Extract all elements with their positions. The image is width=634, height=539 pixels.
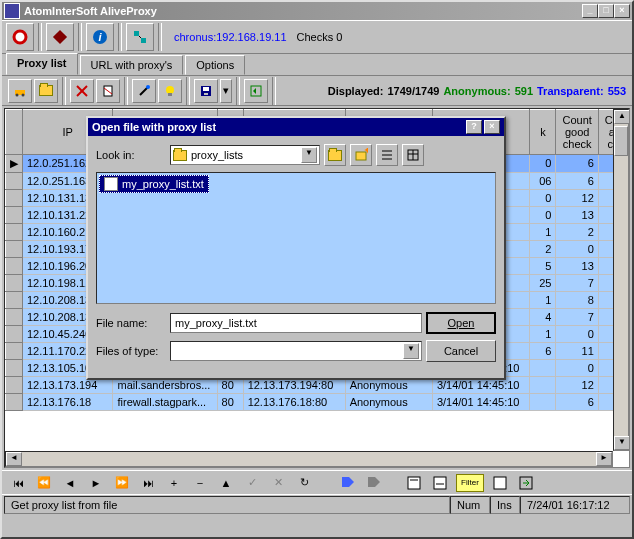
file-item-label: my_proxy_list.txt <box>122 178 204 190</box>
nav-refresh[interactable]: ↻ <box>294 474 314 492</box>
nav-post[interactable]: ✓ <box>242 474 262 492</box>
dialog-close-button[interactable]: × <box>484 120 500 134</box>
checks-label: Checks 0 <box>297 31 343 43</box>
displayed-label: Displayed: <box>328 85 384 97</box>
cell-ok: 1 <box>530 326 556 343</box>
cell-ok: 6 <box>530 343 556 360</box>
report3-icon[interactable] <box>490 474 510 492</box>
file-list[interactable]: my_proxy_list.txt <box>96 172 496 304</box>
nav-next-page[interactable]: ⏩ <box>112 474 132 492</box>
svg-rect-19 <box>203 87 209 91</box>
new-folder-button[interactable]: ✦ <box>350 144 372 166</box>
anonymous-count: 591 <box>515 85 533 97</box>
cell-ok: 0 <box>530 190 556 207</box>
refresh-button[interactable] <box>244 79 268 103</box>
cell-good: 6 <box>556 173 598 190</box>
cell-good: 0 <box>556 360 598 377</box>
filename-input[interactable] <box>170 313 422 333</box>
tag-gray-icon[interactable] <box>364 474 384 492</box>
nav-remove[interactable]: − <box>190 474 210 492</box>
dialog-help-button[interactable]: ? <box>466 120 482 134</box>
detail-view-button[interactable] <box>402 144 424 166</box>
tag-blue-icon[interactable] <box>338 474 358 492</box>
cell-good: 13 <box>556 258 598 275</box>
nav-prev[interactable]: ◄ <box>60 474 80 492</box>
report2-icon[interactable] <box>430 474 450 492</box>
svg-point-9 <box>22 93 25 96</box>
up-folder-button[interactable] <box>324 144 346 166</box>
status-hint: Get proxy list from file <box>4 496 450 514</box>
list-view-button[interactable] <box>376 144 398 166</box>
navigator-toolbar: ⏮ ⏪ ◄ ► ⏩ ⏭ + − ▲ ✓ ✕ ↻ Filter <box>2 470 632 494</box>
export-icon[interactable] <box>516 474 536 492</box>
vertical-scrollbar[interactable]: ▲ ▼ <box>613 109 629 451</box>
delete-button[interactable] <box>70 79 94 103</box>
nav-edit[interactable]: ▲ <box>216 474 236 492</box>
folder-icon <box>173 150 187 161</box>
row-marker: ▶ <box>6 155 23 173</box>
cancel-button[interactable]: Cancel <box>426 340 496 362</box>
book-button[interactable] <box>46 23 74 51</box>
look-in-combo[interactable]: proxy_lists ▼ <box>170 145 320 165</box>
cell-ok: 06 <box>530 173 556 190</box>
bulb-button[interactable] <box>158 79 182 103</box>
cell-ok: 2 <box>530 241 556 258</box>
cell-good: 7 <box>556 309 598 326</box>
cell-name: firewall.stagpark... <box>113 394 217 411</box>
row-marker <box>6 292 23 309</box>
wand-button[interactable] <box>132 79 156 103</box>
tab-url[interactable]: URL with proxy's <box>80 55 184 75</box>
cell-ok <box>530 377 556 394</box>
chevron-down-icon[interactable]: ▼ <box>301 147 317 163</box>
chevron-down-icon[interactable]: ▼ <box>403 343 419 359</box>
clear-button[interactable] <box>96 79 120 103</box>
nav-cancel[interactable]: ✕ <box>268 474 288 492</box>
nav-last[interactable]: ⏭ <box>138 474 158 492</box>
main-toolbar: i chronus:192.168.19.11 Checks 0 <box>2 20 632 54</box>
save-button[interactable] <box>194 79 218 103</box>
maximize-button[interactable]: □ <box>598 4 614 18</box>
cell-good: 12 <box>556 377 598 394</box>
nav-next[interactable]: ► <box>86 474 106 492</box>
cell-ok <box>530 394 556 411</box>
cell-good: 2 <box>556 224 598 241</box>
filename-label: File name: <box>96 317 166 329</box>
tab-options[interactable]: Options <box>185 55 245 75</box>
nav-prev-page[interactable]: ⏪ <box>34 474 54 492</box>
status-num: Num <box>450 496 490 514</box>
filetype-combo[interactable]: ▼ <box>170 341 422 361</box>
col-good[interactable]: Count good check <box>556 110 598 155</box>
transparent-label: Transparent: <box>537 85 604 97</box>
network-button[interactable] <box>126 23 154 51</box>
cell-good: 0 <box>556 241 598 258</box>
open-button[interactable] <box>34 79 58 103</box>
close-button[interactable]: × <box>614 4 630 18</box>
table-row[interactable]: 12.13.176.18firewall.stagpark...8012.13.… <box>6 394 629 411</box>
svg-rect-1 <box>53 30 67 44</box>
dialog-title: Open file with proxy list <box>92 121 216 133</box>
row-marker <box>6 377 23 394</box>
info-button[interactable]: i <box>86 23 114 51</box>
transparent-count: 553 <box>608 85 626 97</box>
col-ok[interactable]: k <box>530 110 556 155</box>
main-window: AtomInterSoft AliveProxy _ □ × i chronus… <box>0 0 634 539</box>
report1-icon[interactable] <box>404 474 424 492</box>
tab-proxy-list[interactable]: Proxy list <box>6 53 78 75</box>
svg-point-0 <box>14 31 26 43</box>
cell-good: 7 <box>556 275 598 292</box>
save-dropdown[interactable]: ▾ <box>220 79 232 103</box>
nav-first[interactable]: ⏮ <box>8 474 28 492</box>
nav-add[interactable]: + <box>164 474 184 492</box>
find-button[interactable] <box>8 79 32 103</box>
stop-button[interactable] <box>6 23 34 51</box>
cell-type: Anonymous <box>345 394 432 411</box>
filetype-label: Files of type: <box>96 345 166 357</box>
minimize-button[interactable]: _ <box>582 4 598 18</box>
filter-icon[interactable]: Filter <box>456 474 484 492</box>
horizontal-scrollbar[interactable]: ◄ ► <box>5 451 613 467</box>
row-marker <box>6 326 23 343</box>
file-item[interactable]: my_proxy_list.txt <box>99 175 209 193</box>
proxy-toolbar: ▾ Displayed: 1749/1749 Anonymous: 591 Tr… <box>2 76 632 106</box>
cell-good: 11 <box>556 343 598 360</box>
open-button[interactable]: Open <box>426 312 496 334</box>
